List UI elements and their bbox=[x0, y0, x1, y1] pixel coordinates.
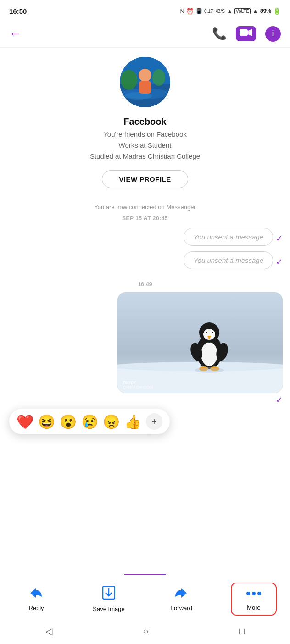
gif-message-row: tenor OHMAGIF.COM ✓ bbox=[7, 292, 283, 405]
check-icon-2: ✓ bbox=[276, 257, 283, 267]
more-label: More bbox=[247, 604, 261, 611]
nav-actions: 📞 i bbox=[212, 26, 281, 42]
svg-point-29 bbox=[246, 592, 250, 595]
wifi-icon: ▲ bbox=[227, 8, 233, 15]
save-icon bbox=[102, 586, 115, 603]
vibrate-icon: 📳 bbox=[195, 8, 202, 14]
forward-label: Forward bbox=[170, 605, 192, 611]
speed-label: 0.17 KB/S bbox=[204, 9, 225, 14]
check-icon-gif: ✓ bbox=[276, 395, 283, 405]
friend-status: You're friends on Facebook bbox=[103, 130, 187, 138]
svg-point-9 bbox=[152, 69, 165, 86]
check-icon-1: ✓ bbox=[276, 233, 283, 244]
reaction-more-button[interactable]: + bbox=[146, 413, 162, 430]
study-info: Studied at Madras Christian College bbox=[90, 152, 200, 160]
battery-label: 89% bbox=[260, 8, 271, 14]
nav-handle bbox=[0, 571, 290, 576]
nav-bar: ← 📞 i bbox=[0, 20, 290, 48]
reaction-angry[interactable]: 😠 bbox=[103, 414, 120, 430]
svg-rect-0 bbox=[240, 29, 248, 36]
reaction-cry[interactable]: 😢 bbox=[81, 414, 98, 430]
save-image-action[interactable]: Save Image bbox=[86, 586, 132, 612]
reply-icon bbox=[29, 587, 43, 602]
volte-icon: VoLTE bbox=[234, 8, 251, 14]
gif-message[interactable]: tenor OHMAGIF.COM bbox=[117, 292, 283, 393]
nfc-icon: N bbox=[180, 8, 184, 15]
reaction-thumbsup[interactable]: 👍 bbox=[124, 414, 141, 430]
signal-icon: ▲ bbox=[252, 8, 258, 15]
view-profile-button[interactable]: VIEW PROFILE bbox=[102, 170, 188, 188]
reaction-pill: ❤️ 😆 😮 😢 😠 👍 + bbox=[9, 409, 170, 434]
svg-point-26 bbox=[195, 367, 224, 373]
date-divider: SEP 15 AT 20:45 bbox=[7, 215, 283, 222]
unsent-bubble-2: You unsent a message bbox=[184, 251, 273, 269]
battery-icon: 🔋 bbox=[273, 7, 281, 15]
save-label: Save Image bbox=[93, 605, 124, 612]
alarm-icon: ⏰ bbox=[186, 8, 194, 15]
connected-message: You are now connected on Messenger bbox=[7, 204, 283, 211]
android-recent[interactable]: □ bbox=[239, 626, 245, 637]
reply-label: Reply bbox=[28, 605, 44, 611]
android-home[interactable]: ○ bbox=[143, 626, 148, 637]
forward-action[interactable]: Forward bbox=[158, 587, 204, 611]
profile-name: Facebook bbox=[123, 117, 166, 127]
phone-button[interactable]: 📞 bbox=[212, 27, 227, 41]
messages-right: You unsent a message ✓ You unsent a mess… bbox=[7, 228, 283, 275]
android-nav: ◁ ○ □ bbox=[0, 620, 290, 644]
video-button[interactable] bbox=[236, 26, 256, 41]
status-time: 16:50 bbox=[9, 7, 27, 15]
svg-point-6 bbox=[139, 69, 151, 82]
more-action[interactable]: More bbox=[231, 583, 277, 616]
unsent-bubble-1: You unsent a message bbox=[184, 228, 273, 246]
reaction-bar: ❤️ 😆 😮 😢 😠 👍 + bbox=[0, 409, 290, 434]
svg-point-8 bbox=[121, 70, 137, 90]
action-bar: Reply Save Image Forward bbox=[0, 576, 290, 620]
svg-marker-1 bbox=[248, 29, 252, 36]
profile-avatar bbox=[120, 57, 170, 107]
tenor-watermark: tenor OHMAGIF.COM bbox=[123, 379, 153, 389]
svg-point-19 bbox=[206, 332, 207, 333]
svg-point-14 bbox=[201, 342, 218, 366]
profile-section: Facebook You're friends on Facebook Work… bbox=[0, 48, 290, 193]
status-icons: N ⏰ 📳 0.17 KB/S ▲ VoLTE ▲ 89% 🔋 bbox=[180, 7, 281, 15]
bottom-bar: Reply Save Image Forward bbox=[0, 571, 290, 644]
unsent-message-row-1: You unsent a message ✓ bbox=[184, 228, 283, 249]
info-button[interactable]: i bbox=[265, 26, 281, 42]
svg-rect-7 bbox=[139, 81, 151, 94]
svg-point-31 bbox=[257, 592, 261, 595]
time-divider: 16:49 bbox=[7, 281, 283, 288]
back-button[interactable]: ← bbox=[9, 27, 21, 41]
work-info: Works at Student bbox=[119, 141, 172, 149]
unsent-message-row-2: You unsent a message ✓ bbox=[184, 251, 283, 272]
chat-area: You are now connected on Messenger SEP 1… bbox=[0, 204, 290, 405]
svg-point-21 bbox=[212, 332, 213, 333]
reaction-heart[interactable]: ❤️ bbox=[17, 414, 33, 430]
android-back[interactable]: ◁ bbox=[45, 626, 52, 637]
more-icon bbox=[246, 587, 262, 601]
reaction-laugh[interactable]: 😆 bbox=[38, 414, 55, 430]
reply-action[interactable]: Reply bbox=[13, 587, 59, 611]
reaction-wow[interactable]: 😮 bbox=[60, 414, 77, 430]
forward-icon bbox=[174, 587, 189, 602]
profile-info: You're friends on Facebook Works at Stud… bbox=[90, 129, 200, 162]
status-bar: 16:50 N ⏰ 📳 0.17 KB/S ▲ VoLTE ▲ 89% 🔋 bbox=[0, 0, 290, 20]
handle-bar bbox=[124, 574, 166, 575]
svg-point-30 bbox=[252, 592, 256, 595]
